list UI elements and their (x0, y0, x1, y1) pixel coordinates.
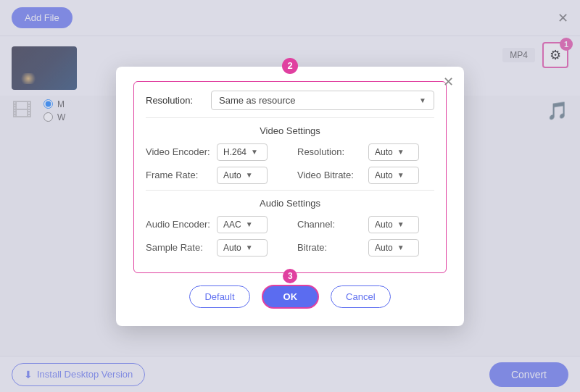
audio-settings-grid: Audio Encoder: AAC ▼ Channel: Auto ▼ (146, 216, 434, 257)
bitrate-label: Bitrate: (297, 242, 362, 253)
caret-icon-ve: ▼ (251, 148, 258, 156)
resolution-value: Same as resource (219, 95, 296, 106)
cancel-button[interactable]: Cancel (331, 285, 390, 308)
resolution-right-label: Resolution: (297, 146, 362, 157)
frame-rate-select[interactable]: Auto ▼ (217, 167, 268, 184)
settings-box: Resolution: Same as resource ▼ Video Set… (133, 81, 447, 273)
settings-modal: 2 ✕ Resolution: Same as resource ▼ Video… (116, 67, 464, 326)
caret-icon-fr: ▼ (246, 171, 253, 179)
modal-overlay: 2 ✕ Resolution: Same as resource ▼ Video… (0, 0, 580, 392)
bitrate-select[interactable]: Auto ▼ (368, 239, 419, 257)
modal-close-button[interactable]: ✕ (443, 74, 454, 90)
ok-button[interactable]: OK (262, 285, 320, 309)
resolution-right-select[interactable]: Auto ▼ (368, 143, 419, 161)
channel-value: Auto (375, 220, 393, 230)
default-button[interactable]: Default (189, 285, 249, 308)
caret-icon-vb: ▼ (397, 171, 405, 179)
divider-1 (146, 117, 434, 118)
bitrate-value: Auto (375, 243, 393, 253)
resolution-select[interactable]: Same as resource ▼ (211, 91, 434, 110)
badge-3: 3 (283, 269, 297, 283)
caret-icon-sr: ▼ (246, 243, 253, 251)
channel-label: Channel: (297, 219, 362, 230)
audio-settings-title: Audio Settings (146, 198, 434, 209)
caret-icon-res: ▼ (397, 148, 405, 156)
sample-rate-row: Sample Rate: Auto ▼ (146, 239, 283, 257)
resolution-main-label: Resolution: (146, 95, 204, 106)
resolution-row: Resolution: Same as resource ▼ (146, 91, 434, 110)
modal-actions: Default 3 OK Cancel (133, 285, 447, 309)
caret-icon: ▼ (419, 96, 426, 104)
video-bitrate-label: Video Bitrate: (297, 170, 362, 180)
bitrate-row: Bitrate: Auto ▼ (297, 239, 434, 257)
audio-encoder-row: Audio Encoder: AAC ▼ (146, 216, 283, 233)
caret-icon-ch: ▼ (397, 220, 405, 228)
video-encoder-label: Video Encoder: (146, 146, 211, 157)
frame-rate-label: Frame Rate: (146, 170, 211, 180)
channel-row: Channel: Auto ▼ (297, 216, 434, 233)
audio-encoder-value: AAC (223, 220, 241, 230)
audio-encoder-select[interactable]: AAC ▼ (217, 216, 268, 233)
video-bitrate-row: Video Bitrate: Auto ▼ (297, 167, 434, 184)
sample-rate-select[interactable]: Auto ▼ (217, 239, 268, 257)
caret-icon-br: ▼ (397, 243, 405, 251)
video-settings-title: Video Settings (146, 125, 434, 136)
ok-button-wrapper: 3 OK (262, 285, 320, 309)
sample-rate-value: Auto (223, 243, 241, 253)
sample-rate-label: Sample Rate: (146, 242, 211, 253)
badge-2: 2 (282, 58, 298, 74)
caret-icon-ae: ▼ (246, 220, 253, 228)
video-encoder-value: H.264 (223, 147, 246, 157)
video-bitrate-value: Auto (375, 170, 393, 180)
video-bitrate-select[interactable]: Auto ▼ (368, 167, 419, 184)
resolution-right-value: Auto (375, 147, 393, 157)
frame-rate-row: Frame Rate: Auto ▼ (146, 167, 283, 184)
video-settings-grid: Video Encoder: H.264 ▼ Resolution: Auto … (146, 143, 434, 184)
frame-rate-value: Auto (223, 170, 241, 180)
audio-encoder-label: Audio Encoder: (146, 219, 211, 230)
divider-2 (146, 190, 434, 191)
channel-select[interactable]: Auto ▼ (368, 216, 419, 233)
video-encoder-select[interactable]: H.264 ▼ (217, 143, 268, 161)
video-encoder-row: Video Encoder: H.264 ▼ (146, 143, 283, 161)
resolution-right-row: Resolution: Auto ▼ (297, 143, 434, 161)
